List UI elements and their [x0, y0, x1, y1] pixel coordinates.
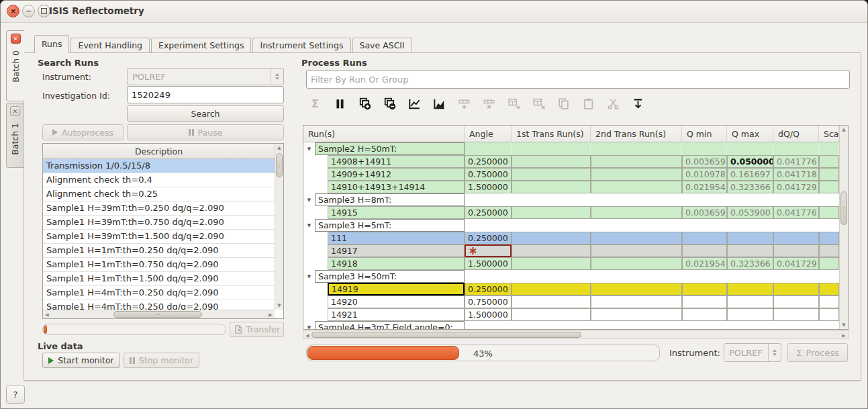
- runs-cell[interactable]: 111: [328, 232, 465, 244]
- search-result-row[interactable]: Sample1 H=1mT:th=0.750 dq/q=2.090: [43, 258, 275, 272]
- runs-cell[interactable]: 14910+14913+14914: [328, 181, 465, 193]
- group-cell[interactable]: [682, 219, 727, 232]
- run-row[interactable]: 149211.500000: [303, 308, 839, 321]
- group-name-cell[interactable]: ▼Sample4 H=3mT Field angle=0:: [303, 321, 465, 330]
- delete-row-icon[interactable]: [482, 97, 495, 110]
- qmax-cell[interactable]: [727, 283, 773, 296]
- group-cell[interactable]: [773, 321, 819, 330]
- trans2-cell[interactable]: [591, 283, 682, 296]
- trans2-cell[interactable]: [591, 181, 682, 193]
- group-cell[interactable]: [512, 321, 591, 330]
- qmax-cell[interactable]: 0.323366: [727, 257, 773, 270]
- batch-tab-0[interactable]: ✕Batch 0: [6, 30, 24, 101]
- group-cell[interactable]: [819, 193, 839, 206]
- angle-cell[interactable]: 0.250000: [465, 206, 512, 219]
- scale-cell[interactable]: [819, 257, 839, 270]
- group-cell[interactable]: [465, 219, 512, 232]
- trans2-cell[interactable]: [591, 257, 682, 270]
- trans1-cell[interactable]: [512, 296, 591, 308]
- run-row[interactable]: 149150.2500000.0036590.0539000.041776: [303, 206, 839, 219]
- group-cell[interactable]: [773, 193, 819, 206]
- search-result-row[interactable]: Sample1 H=39mT:th=1.500 dq/q=2.090: [43, 230, 275, 244]
- trans1-cell[interactable]: [512, 181, 591, 193]
- angle-cell[interactable]: 1.500000: [465, 308, 512, 321]
- group-cell[interactable]: [727, 142, 773, 155]
- autoprocess-button[interactable]: Autoprocess: [42, 124, 124, 140]
- group-cell[interactable]: [819, 142, 839, 155]
- runs-cell[interactable]: 14920: [328, 296, 465, 308]
- stop-monitor-button[interactable]: Stop monitor: [124, 353, 199, 368]
- trans1-cell[interactable]: [512, 283, 591, 296]
- collapse-triangle-icon[interactable]: ▼: [303, 142, 315, 155]
- search-result-row[interactable]: Sample1 H=1mT:th=1.500 dq/q=2.090: [43, 272, 275, 286]
- trans1-cell[interactable]: [512, 244, 591, 257]
- close-batch-icon[interactable]: ✕: [11, 34, 21, 44]
- close-batch-icon[interactable]: ✕: [10, 106, 20, 116]
- invalid-angle-cell[interactable]: [465, 244, 512, 257]
- scroll-up-icon[interactable]: ▲: [840, 127, 848, 132]
- scale-cell[interactable]: [819, 244, 839, 257]
- dqq-cell[interactable]: 0.041729: [773, 181, 819, 193]
- search-result-row[interactable]: Sample1 H=1mT:th=0.250 dq/q=2.090: [43, 244, 275, 258]
- group-name-cell[interactable]: ▼Sample2 H=50mT:: [303, 142, 465, 155]
- scroll-left-icon[interactable]: ◀: [44, 312, 50, 318]
- search-results-vertical-scrollbar[interactable]: ▲ ▼: [275, 144, 283, 310]
- delete-group-icon[interactable]: [532, 97, 545, 110]
- scale-cell[interactable]: [819, 168, 839, 181]
- pause-icon[interactable]: [333, 97, 346, 110]
- search-result-row[interactable]: Sample1 H=39mT:th=0.250 dq/q=2.090: [43, 201, 275, 216]
- scroll-down-icon[interactable]: ▼: [840, 322, 848, 328]
- search-results-horizontal-scrollbar[interactable]: ◀ ▶: [43, 310, 275, 318]
- angle-cell[interactable]: 0.250000: [465, 232, 512, 244]
- scroll-down-icon[interactable]: ▼: [275, 303, 283, 308]
- group-row[interactable]: ▼Sample2 H=50mT:: [303, 142, 839, 155]
- group-cell[interactable]: [682, 142, 727, 155]
- run-row[interactable]: 14908+149110.2500000.0036590.0500000.041…: [303, 155, 839, 168]
- collapse-all-groups-icon[interactable]: [383, 97, 396, 110]
- runs-cell[interactable]: 14917: [328, 244, 465, 257]
- sigma-process-icon[interactable]: Σ: [308, 97, 322, 110]
- group-cell[interactable]: [773, 219, 819, 232]
- expand-all-groups-icon[interactable]: [358, 97, 371, 110]
- qmax-cell[interactable]: 0.323366: [727, 181, 773, 193]
- collapse-triangle-icon[interactable]: ▼: [303, 219, 315, 232]
- instrument-combo-bottom[interactable]: POLREF: [724, 343, 781, 362]
- qmin-cell[interactable]: [682, 283, 727, 296]
- dqq-cell[interactable]: [773, 283, 819, 296]
- tab-event-handling[interactable]: Event Handling: [70, 38, 150, 53]
- group-name-cell[interactable]: ▼Sample3 H=50mT:: [303, 270, 465, 283]
- group-row[interactable]: ▼Sample3 H=5mT:: [303, 219, 839, 232]
- group-cell[interactable]: [727, 270, 773, 283]
- batch-tab-1[interactable]: ✕Batch 1: [6, 103, 23, 168]
- qmax-cell[interactable]: 0.053900: [727, 206, 773, 219]
- collapse-triangle-icon[interactable]: ▼: [303, 270, 315, 283]
- dqq-cell[interactable]: 0.041729: [773, 257, 819, 270]
- plot-runs-icon[interactable]: [407, 97, 421, 110]
- trans1-cell[interactable]: [512, 206, 591, 219]
- trans1-cell[interactable]: [512, 155, 591, 168]
- qmin-cell[interactable]: 0.003659: [682, 155, 727, 168]
- scrollbar-thumb[interactable]: [311, 332, 581, 338]
- search-result-row[interactable]: Alignment check th=0.4: [43, 173, 275, 187]
- group-cell[interactable]: [591, 270, 682, 283]
- cut-icon[interactable]: [606, 97, 620, 110]
- group-cell[interactable]: [591, 142, 682, 155]
- transfer-button[interactable]: Transfer: [230, 322, 284, 337]
- runs-cell[interactable]: 14908+14911: [328, 155, 465, 168]
- group-cell[interactable]: [682, 193, 727, 206]
- window-minimize-button[interactable]: −: [22, 5, 35, 17]
- run-row[interactable]: 149190.250000: [303, 283, 839, 296]
- start-monitor-button[interactable]: Start monitor: [42, 353, 120, 368]
- qmin-cell[interactable]: [682, 296, 727, 308]
- angle-cell[interactable]: 0.250000: [465, 283, 512, 296]
- qmax-cell[interactable]: [727, 296, 773, 308]
- run-row[interactable]: 149200.750000: [303, 296, 839, 308]
- group-cell[interactable]: [682, 321, 727, 330]
- group-name-cell[interactable]: ▼Sample3 H=5mT:: [303, 219, 465, 232]
- trans2-cell[interactable]: [591, 206, 682, 219]
- dqq-cell[interactable]: [773, 244, 819, 257]
- group-cell[interactable]: [465, 193, 512, 206]
- scroll-right-icon[interactable]: ▶: [268, 312, 273, 318]
- group-cell[interactable]: [591, 321, 682, 330]
- window-close-button[interactable]: ×: [7, 5, 19, 17]
